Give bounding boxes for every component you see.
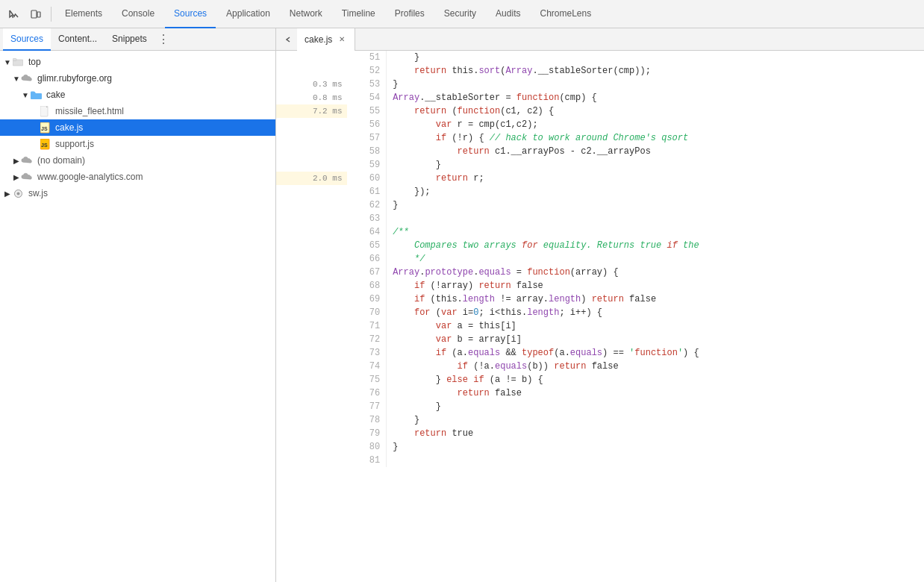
table-row: 0.3 ms53}: [276, 78, 924, 91]
tree-item-support-js[interactable]: JS support.js: [0, 136, 275, 152]
table-row: 69 if (this.length != array.length) retu…: [276, 292, 924, 306]
tab-console[interactable]: Console: [113, 0, 163, 28]
tree-label-cake-js: cake.js: [55, 122, 83, 133]
js-yellow-file-icon: JS: [39, 138, 51, 150]
tab-elements[interactable]: Elements: [56, 0, 111, 28]
line-timing: [276, 64, 347, 78]
table-row: 52 return this.sort(Array.__stableSorter…: [276, 64, 924, 78]
line-number: 71: [347, 319, 387, 333]
tree-label-missile-fleet: missile_fleet.html: [55, 106, 124, 116]
line-number: 68: [347, 279, 387, 292]
table-row: 63: [276, 212, 924, 225]
line-timing: [276, 319, 347, 333]
line-code: [387, 212, 924, 225]
tree-item-glimr[interactable]: ▼ glimr.rubyforge.org: [0, 70, 275, 87]
line-code: [387, 454, 924, 467]
line-number: 54: [347, 91, 387, 104]
line-timing: [276, 145, 347, 158]
table-row: 71 var a = this[i]: [276, 319, 924, 333]
line-code: });: [387, 185, 924, 198]
folder-icon: [12, 56, 24, 68]
table-row: 2.0 ms60 return r;: [276, 172, 924, 185]
line-timing: [276, 185, 347, 198]
line-number: 77: [347, 400, 387, 413]
line-code: Compares two arrays for equality. Return…: [387, 239, 924, 252]
line-number: 59: [347, 158, 387, 172]
tree-item-google-analytics[interactable]: ▶ www.google-analytics.com: [0, 169, 275, 185]
more-tabs-button[interactable]: ⋮: [154, 31, 172, 48]
line-code: }: [387, 198, 924, 212]
table-row: 74 if (!a.equals(b)) return false: [276, 360, 924, 373]
line-timing: [276, 292, 347, 306]
tree-item-missile-fleet[interactable]: missile_fleet.html: [0, 103, 275, 119]
tree-label-glimr: glimr.rubyforge.org: [37, 73, 112, 84]
cursor-icon[interactable]: [3, 4, 24, 25]
tab-audits[interactable]: Audits: [487, 0, 529, 28]
left-panel: Sources Content... Snippets ⋮ ▼: [0, 28, 276, 582]
sec-tab-sources[interactable]: Sources: [3, 28, 51, 51]
tree-arrow-no-domain: ▶: [12, 157, 21, 165]
line-timing: [276, 440, 347, 454]
sec-tab-content[interactable]: Content...: [51, 28, 104, 51]
line-code: }: [387, 413, 924, 427]
tree-arrow-top: ▼: [3, 58, 12, 66]
line-code: return c1.__arrayPos - c2.__arrayPos: [387, 145, 924, 158]
line-number: 72: [347, 333, 387, 346]
line-timing: 0.3 ms: [276, 78, 347, 91]
sec-tab-snippets[interactable]: Snippets: [104, 28, 154, 51]
tab-application[interactable]: Application: [217, 0, 279, 28]
line-number: 74: [347, 360, 387, 373]
close-tab-button[interactable]: ✕: [337, 34, 347, 45]
table-row: 78 }: [276, 413, 924, 427]
line-timing: [276, 252, 347, 266]
svg-rect-0: [31, 10, 37, 18]
tree-item-no-domain[interactable]: ▶ (no domain): [0, 152, 275, 169]
table-row: 67Array.prototype.equals = function(arra…: [276, 266, 924, 279]
line-code: */: [387, 252, 924, 266]
line-number: 65: [347, 239, 387, 252]
tree-item-cake-folder[interactable]: ▼ cake: [0, 87, 275, 103]
cloud-icon-nodomain: [21, 154, 33, 166]
table-row: 51 }: [276, 51, 924, 64]
line-timing: [276, 266, 347, 279]
line-timing: [276, 225, 347, 239]
tab-timeline[interactable]: Timeline: [333, 0, 384, 28]
line-timing: [276, 279, 347, 292]
editor-tab-cake-js[interactable]: cake.js ✕: [297, 28, 355, 51]
table-row: 68 if (!array) return false: [276, 279, 924, 292]
line-number: 75: [347, 373, 387, 387]
navigate-back-button[interactable]: [279, 31, 297, 48]
tab-chromelens[interactable]: ChromeLens: [531, 0, 600, 28]
line-number: 63: [347, 212, 387, 225]
line-number: 62: [347, 198, 387, 212]
table-row: 64/**: [276, 225, 924, 239]
tree-label-support-js: support.js: [55, 139, 94, 149]
tab-security[interactable]: Security: [435, 0, 485, 28]
line-code: /**: [387, 225, 924, 239]
line-code: }: [387, 51, 924, 64]
tab-sources[interactable]: Sources: [165, 0, 216, 28]
tree-item-top[interactable]: ▼ top: [0, 54, 275, 70]
gear-file-icon: [12, 187, 24, 199]
tree-item-cake-js[interactable]: JS cake.js: [0, 119, 275, 136]
line-code: }: [387, 400, 924, 413]
line-timing: [276, 333, 347, 346]
line-code: if (!r) { // hack to work around Chrome'…: [387, 131, 924, 145]
line-number: 79: [347, 427, 387, 440]
line-number: 69: [347, 292, 387, 306]
line-code: if (!array) return false: [387, 279, 924, 292]
line-number: 51: [347, 51, 387, 64]
tab-profiles[interactable]: Profiles: [386, 0, 434, 28]
svg-rect-3: [13, 59, 16, 61]
line-code: return false: [387, 387, 924, 400]
code-area[interactable]: 51 }52 return this.sort(Array.__stableSo…: [276, 51, 924, 582]
line-timing: [276, 387, 347, 400]
line-code: if (a.equals && typeof(a.equals) == 'fun…: [387, 346, 924, 360]
tab-network[interactable]: Network: [281, 0, 331, 28]
html-file-icon: [39, 105, 51, 117]
table-row: 79 return true: [276, 427, 924, 440]
device-icon[interactable]: [25, 4, 46, 25]
tree-item-sw-js[interactable]: ▶ sw.js: [0, 185, 275, 201]
line-code: Array.__stableSorter = function(cmp) {: [387, 91, 924, 104]
table-row: 81: [276, 454, 924, 467]
